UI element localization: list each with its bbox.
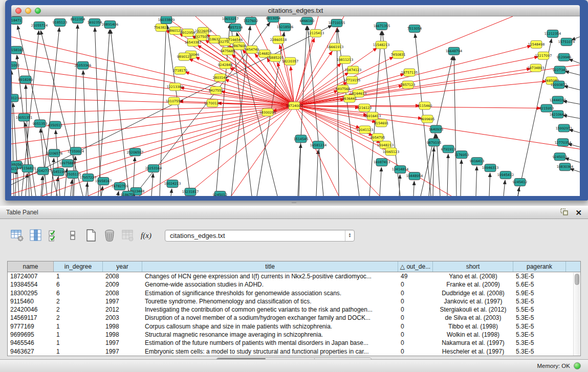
- graph-node[interactable]: 8918289: [18, 76, 33, 83]
- graph-node[interactable]: 8912354: [71, 16, 85, 23]
- graph-node[interactable]: 8215953: [539, 104, 554, 112]
- graph-node[interactable]: 3216123: [357, 104, 372, 112]
- graph-node[interactable]: 15885205: [267, 54, 284, 61]
- graph-node[interactable]: 9227343: [553, 66, 567, 74]
- graph-node[interactable]: 9051353: [33, 120, 47, 127]
- graph-node[interactable]: 9245012: [213, 191, 227, 196]
- graph-node[interactable]: 9879195: [427, 139, 441, 146]
- graph-node[interactable]: 11212354: [545, 30, 561, 37]
- graph-node[interactable]: 10830364: [557, 163, 573, 171]
- minimize-window-button[interactable]: [25, 8, 31, 14]
- graph-node[interactable]: 1640935: [429, 125, 443, 133]
- graph-node[interactable]: 8427552: [209, 86, 223, 94]
- graph-node[interactable]: 21055724: [31, 21, 48, 29]
- graph-node[interactable]: 11700123: [204, 99, 221, 107]
- function-builder-icon[interactable]: f(x): [139, 229, 153, 243]
- graph-node[interactable]: 15231817: [182, 188, 199, 196]
- graph-node[interactable]: 18757135: [401, 69, 418, 76]
- column-header-out_degree[interactable]: △ out_de...: [398, 261, 433, 272]
- graph-node[interactable]: 9129946: [557, 53, 571, 61]
- graph-edge[interactable]: [230, 68, 294, 106]
- window-titlebar[interactable]: citations_edges.txt: [11, 5, 580, 16]
- graph-node[interactable]: 16661913: [327, 43, 343, 51]
- graph-node[interactable]: 19734893: [528, 64, 544, 72]
- graph-node[interactable]: 18471: [11, 16, 22, 24]
- graph-node[interactable]: 16581234: [310, 141, 326, 149]
- table-row[interactable]: 969969511998Structural magnetic resonanc…: [8, 331, 580, 339]
- graph-node[interactable]: 20253164: [145, 165, 162, 172]
- graph-edge[interactable]: [71, 180, 72, 196]
- graph-node[interactable]: 20206576: [46, 149, 62, 157]
- graph-node[interactable]: 10975887: [59, 160, 76, 167]
- graph-node[interactable]: 18300295: [259, 108, 276, 116]
- graph-node[interactable]: 17957223: [80, 174, 96, 182]
- graph-edge[interactable]: [95, 28, 101, 196]
- graph-node[interactable]: 17719155: [344, 76, 360, 84]
- graph-edge[interactable]: [461, 160, 462, 196]
- graph-edge[interactable]: [15, 170, 16, 196]
- close-panel-icon[interactable]: ✕: [575, 209, 582, 216]
- graph-edge[interactable]: [86, 183, 88, 196]
- panel-splitter[interactable]: [0, 201, 588, 206]
- graph-node[interactable]: 8350511: [48, 121, 62, 129]
- graph-node[interactable]: 19051351: [16, 114, 32, 121]
- graph-node[interactable]: 7857123: [401, 81, 415, 89]
- zoom-window-button[interactable]: [35, 8, 41, 14]
- graph-edge[interactable]: [11, 71, 14, 196]
- graph-node[interactable]: 12093872: [551, 81, 567, 89]
- graph-node[interactable]: 1527602: [244, 17, 258, 25]
- graph-node[interactable]: 16987413: [374, 159, 390, 166]
- table-row[interactable]: 946362711997Embryonic stem cells: a mode…: [8, 347, 580, 356]
- network-view[interactable]: 1872400775638228860123891295423226058932…: [11, 16, 580, 196]
- float-panel-icon[interactable]: [560, 208, 568, 217]
- graph-node[interactable]: 12444195: [550, 96, 566, 104]
- graph-node[interactable]: 16916413: [364, 112, 381, 120]
- graph-node[interactable]: 9185123: [53, 18, 67, 26]
- graph-edge[interactable]: [73, 25, 78, 196]
- graph-node[interactable]: 19131213: [11, 94, 21, 102]
- graph-edge[interactable]: [316, 150, 318, 196]
- graph-node[interactable]: 16782759: [112, 183, 128, 190]
- graph-node[interactable]: 20891406: [102, 20, 118, 28]
- graph-edge[interactable]: [101, 186, 103, 196]
- graph-edge[interactable]: [118, 191, 119, 196]
- graph-node[interactable]: 9699695: [420, 115, 434, 123]
- graph-node[interactable]: 5475685: [221, 47, 235, 55]
- table-settings-icon[interactable]: [10, 229, 24, 243]
- table-row[interactable]: 1830029562008Estimation of significance …: [8, 289, 580, 297]
- table-row[interactable]: 1872400712008Changes of HCN gene express…: [8, 272, 580, 280]
- graph-node[interactable]: 25206507: [127, 148, 143, 156]
- graph-node[interactable]: 9245412: [513, 179, 527, 186]
- graph-edge[interactable]: [380, 167, 381, 196]
- graph-node[interactable]: 12125413: [308, 29, 324, 37]
- graph-node[interactable]: 19958167: [95, 178, 112, 185]
- graph-node[interactable]: 9186756: [121, 191, 135, 196]
- graph-node[interactable]: 11548213: [373, 41, 389, 49]
- graph-node[interactable]: 1514545: [294, 135, 308, 143]
- table-selector-dropdown[interactable]: citations_edges.txt ▲▼: [165, 230, 355, 242]
- graph-edge[interactable]: [294, 106, 380, 196]
- graph-node[interactable]: 16033809: [158, 16, 175, 24]
- graph-node[interactable]: 16543382: [185, 38, 201, 46]
- table-row[interactable]: 946554611997Estimation of the future num…: [8, 339, 580, 347]
- graph-node[interactable]: 15751074: [558, 38, 575, 46]
- graph-node[interactable]: 18724007: [286, 102, 302, 110]
- graph-edge[interactable]: [415, 34, 431, 196]
- graph-node[interactable]: 16671355: [374, 22, 390, 30]
- graph-node[interactable]: 12213389: [167, 83, 183, 91]
- graph-node[interactable]: 1692354: [88, 18, 102, 26]
- graph-edge[interactable]: [504, 180, 505, 196]
- graph-node[interactable]: 8912954: [181, 29, 195, 36]
- graph-edge[interactable]: [171, 189, 172, 196]
- dropdown-stepper-icon[interactable]: ▲▼: [345, 230, 354, 241]
- column-header-in_degree[interactable]: in_degree: [54, 261, 103, 272]
- graph-edge[interactable]: [518, 39, 552, 196]
- network-canvas[interactable]: 1872400775638228860123891295423226058932…: [11, 16, 580, 196]
- graph-node[interactable]: 10024213: [164, 180, 181, 188]
- graph-node[interactable]: 10474123: [345, 66, 361, 74]
- graph-node[interactable]: 11548498: [528, 40, 545, 48]
- graph-edge[interactable]: [454, 56, 456, 196]
- graph-node[interactable]: 12770354: [555, 139, 571, 146]
- graph-edge[interactable]: [413, 181, 414, 196]
- graph-edge[interactable]: [447, 154, 448, 196]
